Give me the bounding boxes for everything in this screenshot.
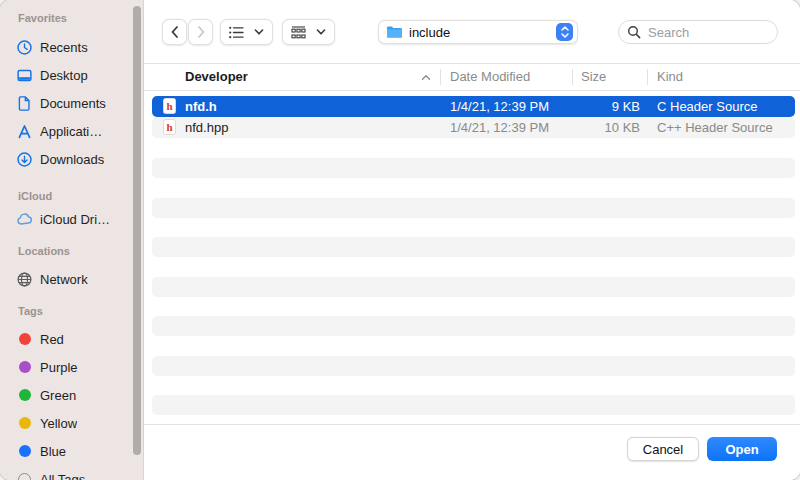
- chevron-right-icon: [195, 25, 207, 39]
- column-divider[interactable]: [572, 69, 573, 85]
- up-down-chevrons-icon: [560, 25, 570, 39]
- file-kind: C++ Header Source: [657, 117, 773, 138]
- empty-row-stripe: [152, 198, 795, 218]
- stepper-control[interactable]: [556, 23, 573, 41]
- tag-dot-green: [16, 387, 33, 404]
- sidebar-item-applications[interactable]: Applicati…: [14, 119, 134, 143]
- sidebar: Favorites Recents Desktop Documents Appl…: [0, 0, 144, 480]
- sidebar-section-title-icloud: iCloud: [18, 190, 52, 202]
- column-divider[interactable]: [647, 69, 648, 85]
- sidebar-item-label: Desktop: [40, 68, 88, 83]
- search-input[interactable]: [646, 24, 765, 41]
- folder-dropdown[interactable]: include: [378, 20, 578, 44]
- sidebar-item-label: iCloud Dri…: [40, 212, 110, 227]
- sidebar-item-label: Documents: [40, 96, 106, 111]
- sidebar-item-tag-yellow[interactable]: Yellow: [14, 411, 134, 435]
- sidebar-item-label: Blue: [40, 444, 66, 459]
- forward-button[interactable]: [188, 19, 213, 45]
- empty-row-stripe: [152, 277, 795, 297]
- footer-divider: [144, 424, 800, 425]
- column-header-size[interactable]: Size: [581, 69, 606, 84]
- c-header-file-icon: h: [163, 98, 176, 114]
- sidebar-item-downloads[interactable]: Downloads: [14, 147, 134, 171]
- open-file-dialog: Favorites Recents Desktop Documents Appl…: [0, 0, 800, 480]
- sidebar-item-desktop[interactable]: Desktop: [14, 63, 134, 87]
- cloud-icon: [16, 211, 33, 228]
- list-icon: [229, 26, 244, 39]
- circle-outline-icon: [16, 471, 33, 480]
- file-kind: C Header Source: [657, 96, 757, 117]
- file-row[interactable]: h nfd.hpp 1/4/21, 12:39 PM 10 KB C++ Hea…: [152, 117, 795, 138]
- sidebar-section-title-tags: Tags: [18, 305, 43, 317]
- sidebar-item-documents[interactable]: Documents: [14, 91, 134, 115]
- search-field[interactable]: [618, 20, 778, 44]
- download-circle-icon: [16, 151, 33, 168]
- appstore-icon: [16, 123, 33, 140]
- sidebar-item-tag-green[interactable]: Green: [14, 383, 134, 407]
- sidebar-item-icloud-drive[interactable]: iCloud Dri…: [14, 207, 134, 231]
- sidebar-section-title-locations: Locations: [18, 245, 70, 257]
- group-view-control[interactable]: [282, 19, 335, 45]
- list-view-control[interactable]: [220, 19, 273, 45]
- tag-dot-purple: [16, 359, 33, 376]
- column-header-row: Developer Date Modified Size Kind: [144, 64, 800, 91]
- chevron-down-icon: [254, 28, 264, 36]
- back-button[interactable]: [162, 19, 187, 45]
- sort-ascending-icon: [421, 74, 431, 81]
- sidebar-item-label: Downloads: [40, 152, 104, 167]
- empty-row-stripe: [152, 356, 795, 376]
- desktop-icon: [16, 67, 33, 84]
- sidebar-item-label: Purple: [40, 360, 78, 375]
- tag-dot-blue: [16, 443, 33, 460]
- sidebar-item-network[interactable]: Network: [14, 267, 134, 291]
- cancel-button[interactable]: Cancel: [627, 437, 699, 461]
- empty-row-stripe: [152, 158, 795, 178]
- sidebar-section-title-favorites: Favorites: [18, 12, 67, 24]
- sidebar-item-label: Network: [40, 272, 88, 287]
- group-icon: [291, 26, 306, 39]
- sidebar-item-label: Red: [40, 332, 64, 347]
- sidebar-item-tag-blue[interactable]: Blue: [14, 439, 134, 463]
- folder-dropdown-value: include: [409, 25, 556, 40]
- sidebar-item-label: Yellow: [40, 416, 77, 431]
- column-divider[interactable]: [440, 69, 441, 85]
- globe-icon: [16, 271, 33, 288]
- empty-row-stripe: [152, 395, 795, 415]
- sidebar-item-label: All Tags…: [40, 472, 98, 480]
- file-size: 9 KB: [550, 96, 640, 117]
- chevron-left-icon: [169, 25, 181, 39]
- document-icon: [16, 95, 33, 112]
- column-header-kind[interactable]: Kind: [657, 69, 683, 84]
- sidebar-item-tag-red[interactable]: Red: [14, 327, 134, 351]
- sidebar-scrollbar[interactable]: [133, 6, 141, 455]
- tag-dot-red: [16, 331, 33, 348]
- empty-row-stripe: [152, 316, 795, 336]
- empty-row-stripe: [152, 237, 795, 257]
- file-date: 1/4/21, 12:39 PM: [450, 117, 549, 138]
- file-date: 1/4/21, 12:39 PM: [450, 96, 549, 117]
- file-name: nfd.h: [185, 96, 217, 117]
- sidebar-item-label: Green: [40, 388, 76, 403]
- content-area: include Developer Date Modified: [144, 0, 800, 480]
- cpp-header-file-icon: h: [163, 119, 176, 135]
- sidebar-item-tag-purple[interactable]: Purple: [14, 355, 134, 379]
- column-header-date[interactable]: Date Modified: [450, 69, 530, 84]
- file-name: nfd.hpp: [185, 117, 228, 138]
- clock-icon: [16, 39, 33, 56]
- sidebar-item-recents[interactable]: Recents: [14, 35, 134, 59]
- open-button[interactable]: Open: [707, 437, 777, 461]
- sidebar-item-label: Recents: [40, 40, 88, 55]
- sidebar-item-label: Applicati…: [40, 124, 102, 139]
- column-header-name[interactable]: Developer: [185, 69, 248, 84]
- file-row-selected[interactable]: h nfd.h 1/4/21, 12:39 PM 9 KB C Header S…: [152, 96, 795, 117]
- chevron-down-icon: [316, 28, 326, 36]
- sidebar-item-all-tags[interactable]: All Tags…: [14, 467, 134, 480]
- file-size: 10 KB: [550, 117, 640, 138]
- tag-dot-yellow: [16, 415, 33, 432]
- folder-icon: [386, 25, 403, 39]
- search-icon: [627, 25, 641, 39]
